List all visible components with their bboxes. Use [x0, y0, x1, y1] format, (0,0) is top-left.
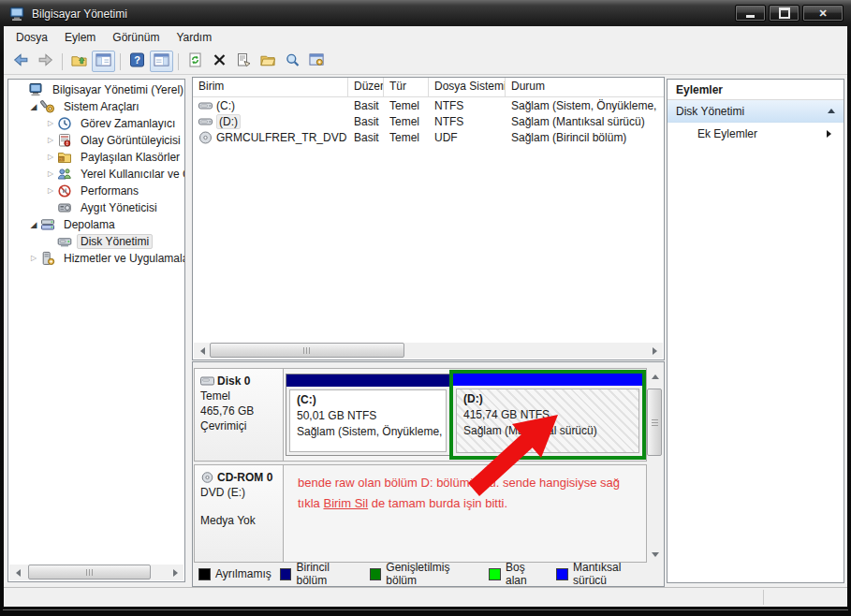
show-console-tree-button[interactable]	[92, 51, 115, 72]
expand-expander-icon[interactable]: ▷	[44, 149, 57, 166]
disk0-status: Çevrimiçi	[200, 418, 283, 433]
column-header-durum[interactable]: Durum	[506, 78, 664, 96]
tree-item-performans[interactable]: ▷Performans	[8, 183, 184, 199]
tree-item-paylasilan-klasorler[interactable]: ▷23Paylaşılan Klasörler	[8, 149, 184, 166]
cell-durum: Sağlam (Birincil bölüm)	[506, 131, 664, 144]
properties-button[interactable]	[232, 51, 256, 72]
scroll-left-button[interactable]	[9, 565, 25, 580]
tree-horizontal-scrollbar[interactable]	[9, 565, 183, 580]
tree-item-hizmetler-uygulamalar[interactable]: ▷Hizmetler ve Uygulamalar	[8, 250, 184, 267]
find-button[interactable]	[281, 51, 304, 72]
partition-status: Sağlam (Sistem, Önyükleme, D	[297, 424, 446, 440]
tree-item-olay-goruntuleyicisi[interactable]: ▷Olay Görüntüleyicisi	[8, 132, 184, 149]
volume-row-grmculfrertrdvdg[interactable]: GRMCULFRER_TR_DVD (G:)BasitTemelUDFSağla…	[193, 129, 664, 145]
graph-vertical-scrollbar[interactable]	[647, 368, 663, 563]
tools-icon	[40, 99, 55, 114]
collapse-icon[interactable]	[828, 105, 835, 113]
tree-item-label: Yerel Kullanıcılar ve Gru	[77, 167, 185, 182]
menu-item-dosya[interactable]: Dosya	[7, 28, 56, 47]
menu-item-eylem[interactable]: Eylem	[56, 28, 104, 47]
column-header-dosya-sistemi[interactable]: Dosya Sistemi	[429, 78, 506, 96]
column-header-duzen[interactable]: Düzen	[348, 78, 384, 96]
tree-item-yerel-kullanicilar[interactable]: ▷Yerel Kullanıcılar ve Gru	[8, 166, 184, 183]
expand-expander-icon[interactable]: ▷	[44, 115, 57, 132]
legend-swatch	[489, 568, 501, 580]
menu-item-gorunum[interactable]: Görünüm	[104, 28, 168, 47]
cell-dosya-sistemi: NTFS	[429, 99, 506, 112]
column-header-tur[interactable]: Tür	[384, 78, 429, 96]
collapse-expander-icon[interactable]: ◢	[27, 98, 40, 115]
scrollbar-thumb[interactable]	[28, 565, 151, 579]
actions-group-disk-yonetimi[interactable]: Disk Yönetimi	[668, 100, 844, 123]
expand-expander-icon[interactable]: ▷	[27, 250, 40, 267]
expand-expander-icon[interactable]: ▷	[44, 183, 57, 199]
cdrom-name: CD-ROM 0	[217, 470, 272, 485]
tree-item-aygit-yoneticisi[interactable]: Aygıt Yöneticisi	[8, 199, 184, 216]
cell-birim: (D:)	[193, 114, 348, 129]
tree-item-sistem-araclari[interactable]: ◢Sistem Araçları	[8, 98, 184, 115]
volume-icon	[198, 99, 213, 112]
expand-expander-icon[interactable]: ▷	[44, 132, 57, 149]
cdrom-label-box[interactable]: CD-ROM 0 DVD (E:) Medya Yok	[195, 465, 284, 562]
tree-item-label: Performans	[77, 183, 142, 198]
disk-graphical-view: Disk 0 Temel 465,76 GB Çevrimiçi (C:)50,…	[192, 361, 665, 587]
tree-item-label: Görev Zamanlayıcı	[77, 116, 179, 131]
scrollbar-track[interactable]	[210, 343, 647, 359]
tree-item-depolama[interactable]: ◢Depolama	[8, 216, 184, 233]
disk0-name: Disk 0	[217, 374, 250, 389]
cd-drive-icon	[200, 472, 214, 483]
open-folder-button[interactable]	[257, 51, 280, 72]
back-arrow-button[interactable]	[9, 51, 33, 72]
maximize-button[interactable]	[769, 5, 800, 22]
up-folder-button[interactable]	[67, 51, 91, 72]
volume-row-d[interactable]: (D:)BasitTemelNTFSSağlam (Mantıksal sürü…	[193, 113, 664, 129]
scheduler-icon	[57, 116, 72, 131]
expand-expander-icon[interactable]: ▷	[44, 166, 57, 183]
show-action-pane-button[interactable]	[150, 51, 173, 72]
help-button[interactable]: ?	[125, 51, 149, 72]
svg-text:23: 23	[60, 157, 64, 161]
tree-item-bilgisayar-yonetimi-yerel[interactable]: Bilgisayar Yönetimi (Yerel)	[8, 81, 184, 98]
arrow-up-icon	[652, 371, 659, 379]
console-tree: Bilgisayar Yönetimi (Yerel)◢Sistem Araçl…	[8, 81, 184, 267]
partition-c[interactable]: (C:)50,01 GB NTFSSağlam (Sistem, Önyükle…	[286, 374, 450, 456]
volume-name: (C:)	[216, 99, 235, 112]
scrollbar-track[interactable]	[647, 384, 663, 547]
cell-tur: Temel	[384, 131, 429, 144]
actions-item-ek-eylemler[interactable]: Ek Eylemler	[668, 123, 844, 145]
list-horizontal-scrollbar[interactable]	[194, 343, 663, 359]
up-folder-icon	[71, 52, 87, 70]
delete-button[interactable]	[208, 51, 231, 72]
console-settings-button[interactable]	[305, 51, 329, 72]
scroll-left-button[interactable]	[194, 343, 210, 359]
legend-item-geni-letilmi-b-l-m: Genişletilmiş bölüm	[370, 561, 481, 587]
scrollbar-thumb[interactable]	[210, 343, 404, 358]
refresh-button[interactable]	[183, 51, 207, 72]
scroll-right-button[interactable]	[647, 343, 663, 359]
menu-item-yardim[interactable]: Yardım	[168, 28, 220, 47]
cell-durum: Sağlam (Mantıksal sürücü)	[506, 115, 664, 128]
cell-durum: Sağlam (Sistem, Önyükleme,	[506, 99, 664, 112]
refresh-icon	[187, 52, 203, 70]
scroll-right-button[interactable]	[168, 565, 183, 580]
device-manager-icon	[57, 200, 72, 215]
close-icon: ✕	[818, 8, 827, 19]
event-viewer-icon	[57, 133, 72, 148]
minimize-button[interactable]	[735, 5, 766, 22]
close-button[interactable]: ✕	[802, 5, 844, 22]
show-console-tree-icon	[95, 52, 111, 70]
partition-info: (C:)50,01 GB NTFSSağlam (Sistem, Önyükle…	[289, 389, 447, 452]
scrollbar-track[interactable]	[25, 565, 168, 580]
volume-row-c[interactable]: (C:)BasitTemelNTFSSağlam (Sistem, Önyükl…	[193, 97, 664, 113]
forward-arrow-button[interactable]	[34, 51, 57, 72]
tree-item-disk-yonetimi[interactable]: Disk Yönetimi	[8, 233, 184, 250]
collapse-expander-icon[interactable]: ◢	[27, 216, 40, 233]
disk0-size: 465,76 GB	[200, 403, 283, 418]
scrollbar-thumb[interactable]	[647, 389, 662, 456]
tree-item-gorev-zamanlayici[interactable]: ▷Görev Zamanlayıcı	[8, 115, 184, 132]
disk0-label-box[interactable]: Disk 0 Temel 465,76 GB Çevrimiçi	[195, 369, 284, 461]
scroll-up-button[interactable]	[647, 368, 663, 384]
column-header-birim[interactable]: Birim	[193, 78, 348, 96]
toolbar: ?	[4, 49, 847, 75]
title-bar[interactable]: Bilgisayar Yönetimi ✕	[4, 2, 847, 26]
